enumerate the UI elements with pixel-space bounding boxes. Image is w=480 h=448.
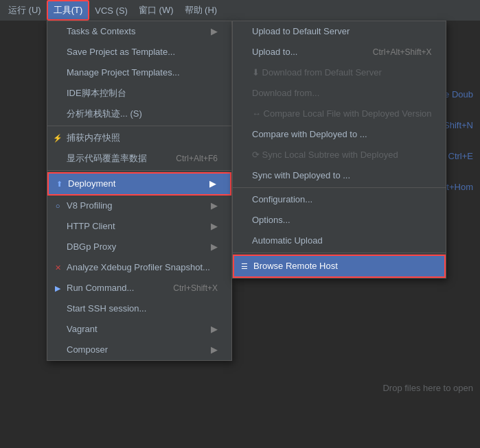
ide-script-label: IDE脚本控制台 xyxy=(67,86,126,101)
dbgp-proxy-item[interactable]: DBGp Proxy ▶ xyxy=(47,237,231,257)
analyze-stack-item[interactable]: 分析堆栈轨迹... (S) xyxy=(47,104,231,124)
window-menu-item[interactable]: 窗口 (W) xyxy=(133,1,179,19)
dbgp-proxy-arrow: ▶ xyxy=(211,239,218,255)
vcs-menu-item[interactable]: VCS (S) xyxy=(89,3,133,19)
options-item[interactable]: Options... xyxy=(233,210,446,231)
browse-remote-label: Browse Remote Host xyxy=(253,259,338,274)
ssh-session-item[interactable]: Start SSH session... xyxy=(47,298,231,319)
deployment-submenu: Upload to Default Server Upload to... Ct… xyxy=(232,21,446,279)
analyze-xdebug-icon: ✕ xyxy=(52,261,64,274)
menubar: 运行 (U) 工具(T) VCS (S) 窗口 (W) 帮助 (H) xyxy=(0,0,480,21)
sync-deployed-label: Sync with Deployed to ... xyxy=(252,168,350,183)
save-template-label: Save Project as Template... xyxy=(67,45,175,60)
run-command-item[interactable]: ▶ Run Command... Ctrl+Shift+X xyxy=(47,278,231,298)
tools-menu-item[interactable]: 工具(T) xyxy=(47,0,90,21)
download-default-item: ⬇ Download from Default Server xyxy=(233,62,446,83)
compare-local-item: ↔ Compare Local File with Deployed Versi… xyxy=(233,104,446,124)
save-template-item[interactable]: Save Project as Template... xyxy=(47,42,231,62)
dep-sep1 xyxy=(233,187,446,188)
capture-memory-item[interactable]: ⚡ 捕获内存快照 xyxy=(47,128,231,148)
sync-local-label: ⟳ Sync Local Subtree with Deployed xyxy=(252,148,398,163)
ssh-session-label: Start SSH session... xyxy=(67,301,146,316)
manage-templates-item[interactable]: Manage Project Templates... xyxy=(47,62,231,83)
browse-remote-item[interactable]: ☰ Browse Remote Host xyxy=(233,255,446,278)
run-command-shortcut: Ctrl+Shift+X xyxy=(159,281,218,296)
upload-to-shortcut: Ctrl+Alt+Shift+X xyxy=(359,45,432,60)
analyze-xdebug-label: Analyze Xdebug Profiler Snapshot... xyxy=(67,260,210,275)
http-client-arrow: ▶ xyxy=(211,219,218,234)
sync-local-item: ⟳ Sync Local Subtree with Deployed xyxy=(233,145,446,165)
help-menu-item[interactable]: 帮助 (H) xyxy=(179,1,223,19)
http-client-item[interactable]: HTTP Client ▶ xyxy=(47,216,231,237)
configuration-label: Configuration... xyxy=(252,192,312,207)
browse-remote-icon: ☰ xyxy=(238,260,251,272)
deployment-arrow: ▶ xyxy=(209,176,216,191)
vagrant-label: Vagrant xyxy=(67,322,98,337)
run-command-label: Run Command... xyxy=(67,281,134,296)
composer-label: Composer xyxy=(67,342,108,357)
download-from-label: Download from... xyxy=(252,86,319,101)
v8-profiling-arrow: ▶ xyxy=(211,198,218,213)
capture-memory-label: 捕获内存快照 xyxy=(67,130,120,145)
compare-deployed-label: Compare with Deployed to ... xyxy=(252,127,367,142)
upload-to-label: Upload to... xyxy=(252,45,298,60)
deployment-label: Deployment xyxy=(68,176,115,191)
tools-menu-dropdown: Tasks & Contexts ▶ Save Project as Templ… xyxy=(47,21,232,361)
compare-deployed-item[interactable]: Compare with Deployed to ... xyxy=(233,124,446,145)
composer-item[interactable]: Composer ▶ xyxy=(47,340,231,360)
run-menu-item[interactable]: 运行 (U) xyxy=(3,1,47,19)
analyze-stack-label: 分析堆栈轨迹... (S) xyxy=(67,106,142,121)
show-coverage-item[interactable]: 显示代码覆盖率数据 Ctrl+Alt+F6 xyxy=(47,148,231,169)
upload-default-item[interactable]: Upload to Default Server xyxy=(233,21,446,42)
sep1 xyxy=(47,126,231,126)
manage-templates-label: Manage Project Templates... xyxy=(67,65,180,80)
dep-sep2 xyxy=(233,252,446,253)
options-label: Options... xyxy=(252,213,290,228)
v8-profiling-label: V8 Profiling xyxy=(67,198,112,213)
configuration-item[interactable]: Configuration... xyxy=(233,189,446,210)
deployment-item[interactable]: ⬆ Deployment ▶ xyxy=(47,172,231,196)
compare-local-label: ↔ Compare Local File with Deployed Versi… xyxy=(252,106,432,121)
v8-profiling-item[interactable]: ○ V8 Profiling ▶ xyxy=(47,196,231,216)
run-command-icon: ▶ xyxy=(52,282,64,294)
sep2 xyxy=(47,170,231,171)
ide-script-item[interactable]: IDE脚本控制台 xyxy=(47,83,231,104)
drop-hint: Drop files here to open xyxy=(382,383,473,393)
vagrant-arrow: ▶ xyxy=(211,322,218,337)
capture-memory-icon: ⚡ xyxy=(52,132,64,144)
tasks-contexts-item[interactable]: Tasks & Contexts ▶ xyxy=(47,21,231,42)
composer-arrow: ▶ xyxy=(211,342,218,357)
download-default-label: ⬇ Download from Default Server xyxy=(252,65,382,80)
v8-profiling-icon: ○ xyxy=(52,200,64,212)
automatic-upload-item[interactable]: Automatic Upload xyxy=(233,231,446,251)
dbgp-proxy-label: DBGp Proxy xyxy=(67,239,116,255)
automatic-upload-label: Automatic Upload xyxy=(252,233,323,248)
download-from-item: Download from... xyxy=(233,83,446,104)
vagrant-item[interactable]: Vagrant ▶ xyxy=(47,319,231,340)
http-client-label: HTTP Client xyxy=(67,219,115,234)
deployment-icon: ⬆ xyxy=(53,178,65,190)
tasks-contexts-label: Tasks & Contexts xyxy=(67,24,135,39)
sync-deployed-item[interactable]: Sync with Deployed to ... xyxy=(233,165,446,186)
tasks-contexts-arrow: ▶ xyxy=(211,24,218,39)
analyze-xdebug-item[interactable]: ✕ Analyze Xdebug Profiler Snapshot... xyxy=(47,257,231,278)
show-coverage-shortcut: Ctrl+Alt+F6 xyxy=(162,151,218,166)
upload-to-item[interactable]: Upload to... Ctrl+Alt+Shift+X xyxy=(233,42,446,62)
upload-default-label: Upload to Default Server xyxy=(252,24,350,39)
show-coverage-label: 显示代码覆盖率数据 xyxy=(67,151,147,166)
